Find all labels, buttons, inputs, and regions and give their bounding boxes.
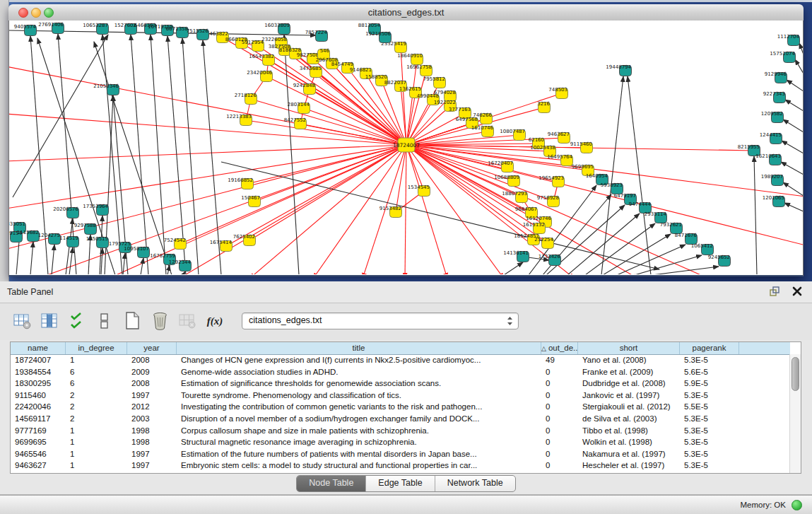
graph-node[interactable]: 5938923: [601, 182, 623, 194]
graph-edge[interactable]: [310, 89, 406, 145]
graph-node[interactable]: 16210643: [755, 153, 781, 165]
graph-edge[interactable]: [405, 145, 406, 274]
graph-node[interactable]: 1065412: [691, 243, 714, 255]
table-source-select[interactable]: citations_edges.txt: [242, 313, 519, 329]
graph-node[interactable]: 1244415: [760, 132, 782, 144]
graph-edge[interactable]: [249, 145, 406, 240]
graph-node[interactable]: 9405574: [14, 24, 37, 36]
graph-edge[interactable]: [784, 203, 803, 211]
graph-node[interactable]: 9227343: [763, 91, 786, 103]
graph-node[interactable]: 2803144: [288, 102, 310, 114]
select-checkmarks-icon[interactable]: [66, 310, 88, 332]
graph-edge[interactable]: [781, 162, 803, 175]
graph-node[interactable]: 16033809: [264, 23, 290, 35]
graph-node[interactable]: 14136141: [503, 250, 529, 262]
graph-node[interactable]: 3216: [537, 101, 550, 113]
tab-edge-table[interactable]: Edge Table: [365, 476, 434, 491]
graph-edge[interactable]: [183, 271, 185, 274]
graph-node[interactable]: 16543382: [249, 54, 274, 66]
graph-edge[interactable]: [396, 145, 406, 212]
network-canvas[interactable]: 7463822866012859129542322605838275088186…: [9, 21, 803, 274]
column-header-title[interactable]: title: [177, 342, 541, 354]
graph-node[interactable]: 17353964: [83, 204, 108, 216]
graph-edge[interactable]: [504, 262, 523, 274]
graph-node[interactable]: 19166852: [228, 177, 253, 189]
graph-node[interactable]: 1989207: [761, 174, 784, 186]
graph-node[interactable]: 9463627: [548, 132, 570, 144]
graph-node[interactable]: 9242848: [293, 83, 316, 95]
graph-node[interactable]: 7955812: [423, 76, 446, 88]
graph-edge[interactable]: [30, 242, 33, 274]
graph-edge[interactable]: [37, 145, 406, 274]
row-height-icon[interactable]: [94, 310, 115, 332]
graph-node[interactable]: 114519: [59, 235, 78, 247]
graph-node[interactable]: 12213383: [226, 114, 252, 126]
graph-edge[interactable]: [783, 119, 803, 132]
column-header-in_degree[interactable]: in_degree: [66, 342, 127, 354]
table-row[interactable]: 911546021997Tourette syndrome. Phenomeno…: [11, 390, 790, 402]
graph-node[interactable]: 18807293: [502, 191, 527, 203]
column-header-year[interactable]: year: [127, 342, 177, 354]
table-row[interactable]: 1456911722003Disruption of a novel membe…: [11, 413, 790, 425]
show-column-icon[interactable]: [39, 310, 60, 332]
column-header-short[interactable]: short: [578, 342, 680, 354]
graph-node[interactable]: 1733426: [539, 254, 561, 266]
table-row[interactable]: 1938455462009Genome-wide association stu…: [11, 366, 790, 378]
column-header-out_de[interactable]: △out_de...: [541, 342, 578, 354]
graph-edge[interactable]: [13, 35, 108, 197]
graph-edge[interactable]: [52, 245, 54, 274]
table-row[interactable]: 1830029562008Estimation of significance …: [11, 378, 790, 390]
graph-node[interactable]: 7524542: [164, 238, 187, 250]
graph-edge[interactable]: [251, 99, 406, 145]
column-header-pagerank[interactable]: pagerank: [680, 342, 739, 354]
graph-edge[interactable]: [406, 59, 417, 145]
trash-icon[interactable]: [149, 310, 170, 332]
graph-node[interactable]: 9153482: [379, 206, 402, 218]
graph-node[interactable]: 150467: [241, 195, 260, 207]
graph-node[interactable]: 15751074: [770, 51, 795, 63]
table-row[interactable]: 946362711997Embryonic stem cells: a mode…: [11, 460, 790, 472]
graph-node[interactable]: 20206576: [53, 206, 78, 218]
graph-node[interactable]: 10807487: [500, 129, 525, 141]
graph-edge[interactable]: [246, 120, 406, 145]
graph-edge[interactable]: [635, 255, 702, 274]
graph-edge[interactable]: [9, 112, 406, 145]
table-row[interactable]: 977716911998Corpus callosum shape and si…: [11, 425, 790, 437]
close-panel-icon[interactable]: [791, 285, 804, 298]
graph-edge[interactable]: [754, 156, 757, 274]
graph-edge[interactable]: [782, 141, 803, 153]
graph-node[interactable]: 19218506: [365, 31, 391, 43]
graph-node[interactable]: 9756928: [537, 195, 560, 207]
graph-node[interactable]: 1675414: [210, 240, 233, 252]
graph-edge[interactable]: [799, 43, 803, 54]
graph-node[interactable]: 1250515: [86, 236, 109, 248]
graph-node[interactable]: 9245652: [708, 255, 731, 267]
graph-node[interactable]: 1534545: [408, 185, 430, 197]
column-header-name[interactable]: name: [11, 342, 66, 354]
graph-node[interactable]: 1610746: [471, 125, 494, 137]
tab-network-table[interactable]: Network Table: [435, 476, 515, 491]
graph-node[interactable]: 21053346: [93, 83, 119, 95]
table-row[interactable]: 2242004622012Investigating the contribut…: [11, 401, 790, 413]
graph-node[interactable]: 7515526: [187, 28, 209, 40]
graph-node[interactable]: 1209582: [761, 111, 784, 123]
graph-node[interactable]: 27691406: [38, 22, 64, 34]
graph-node[interactable]: 8427552: [284, 117, 307, 129]
graph-node[interactable]: 19448794: [606, 64, 631, 76]
graph-node[interactable]: 23420046: [247, 70, 272, 82]
graph-edge[interactable]: [101, 248, 102, 274]
table-row[interactable]: 946554611997Estimation of the future num…: [11, 448, 790, 460]
table-row[interactable]: 969969511998Structural magnetic resonanc…: [11, 436, 790, 448]
graph-edge[interactable]: [141, 258, 143, 274]
table-settings-icon[interactable]: [11, 310, 33, 332]
graph-node[interactable]: 1112704: [777, 34, 800, 46]
graph-edge[interactable]: [795, 59, 803, 74]
function-icon[interactable]: f(x): [204, 310, 225, 332]
graph-node[interactable]: 1204275: [38, 233, 61, 245]
table-row[interactable]: 1872400712008Changes of HCN gene express…: [11, 354, 790, 366]
graph-node[interactable]: 1201065: [763, 195, 785, 207]
graph-edge[interactable]: [406, 145, 803, 247]
new-document-icon[interactable]: [122, 310, 143, 332]
graph-node[interactable]: 2718126: [235, 93, 257, 105]
graph-edge[interactable]: [284, 35, 299, 274]
